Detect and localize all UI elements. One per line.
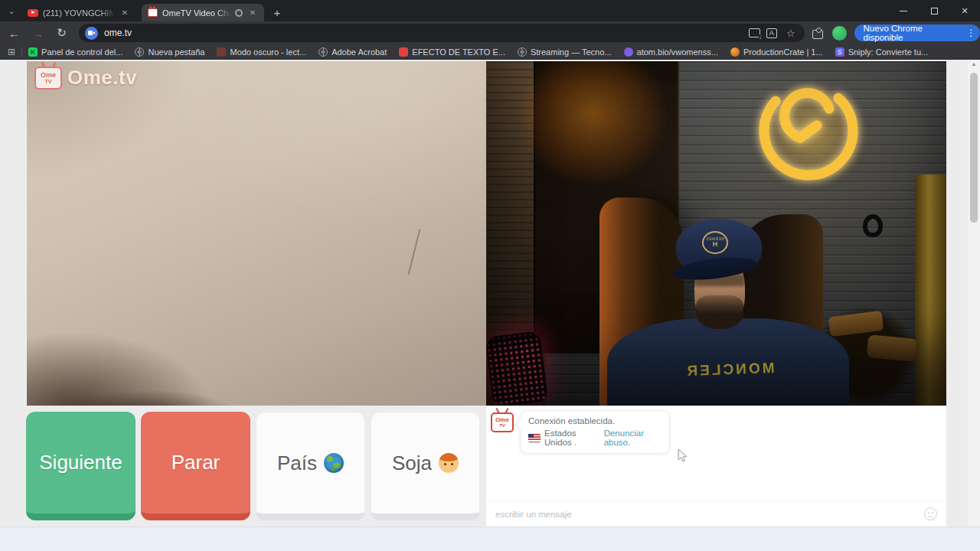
tab-youtube[interactable]: (211) YOVNGCHIMI x Lunay - B ✕ [21, 4, 136, 21]
stop-button[interactable]: Parar [141, 412, 250, 520]
forward-button[interactable]: → [28, 23, 47, 43]
report-abuse-link[interactable]: Denunciar abuso. [604, 429, 662, 447]
tab-ometv[interactable]: OmeTV Video Chat — Alte ✕ [142, 4, 264, 21]
gender-filter-button[interactable]: Soja [371, 412, 480, 520]
atom-bio-favicon [624, 47, 633, 57]
browser-toolbar: ← → ↻ ome.tv A ☆ Nuevo Chrome disponible… [0, 21, 980, 44]
bookmark-item[interactable]: Adobe Acrobat [318, 47, 387, 57]
new-tab-button[interactable]: + [270, 5, 285, 20]
bookmark-label: Modo oscuro - lect... [230, 47, 306, 57]
bookmark-label: ProductionCrate | 1... [743, 47, 823, 57]
vignette [486, 61, 946, 406]
profile-avatar[interactable] [832, 26, 846, 41]
text-effect-favicon [399, 47, 408, 57]
tab-title: OmeTV Video Chat — Alte [162, 8, 230, 18]
bookmark-item[interactable]: EFECTO DE TEXTO E... [399, 47, 505, 57]
globe-favicon [318, 47, 328, 57]
dark-blur [73, 381, 272, 406]
save-to-device-icon[interactable] [749, 28, 760, 37]
bookmark-label: Nueva pestaña [148, 47, 204, 57]
bookmark-item[interactable]: ProductionCrate | 1... [730, 47, 823, 57]
minimize-icon [900, 11, 907, 11]
avatar-badge-text: TV [499, 423, 505, 428]
extensions-puzzle-icon[interactable] [812, 28, 823, 39]
translate-icon[interactable]: A [766, 28, 777, 38]
bookmark-label: atom.bio/vwomenss... [637, 47, 718, 57]
apps-grid-icon[interactable]: ⊞ [8, 47, 15, 57]
page-scrollbar[interactable]: ▲ [968, 60, 980, 527]
system-message-bubble: Conexión establecida. Estados Unidos . D… [520, 410, 670, 454]
maximize-icon [931, 8, 938, 15]
url-text[interactable]: ome.tv [104, 28, 743, 38]
mouse-cursor [677, 448, 688, 467]
gender-button-label: Soja [392, 452, 432, 475]
bookmark-item[interactable]: Streaming — Tecno... [518, 47, 612, 57]
globe-favicon [518, 47, 527, 57]
next-button[interactable]: Siguiente [26, 412, 136, 520]
bookmark-item[interactable]: Panel de control del... [28, 47, 122, 57]
kick-favicon [28, 47, 38, 57]
sniply-favicon [835, 47, 844, 57]
ometv-tv-icon: Ome TV [34, 67, 62, 90]
stop-button-label: Parar [172, 451, 220, 474]
close-icon: ✕ [961, 6, 968, 16]
bookmark-label: Sniply: Convierte tu... [848, 47, 929, 57]
country-button-label: País [277, 452, 317, 475]
bookmark-item[interactable]: atom.bio/vwomenss... [624, 47, 718, 57]
logo-badge-text: Ome [41, 72, 56, 79]
camera-in-use-indicator-icon [235, 9, 243, 17]
country-filter-button[interactable]: País [256, 412, 365, 520]
bookmark-label: EFECTO DE TEXTO E... [412, 47, 505, 57]
peer-country-text: Estados Unidos . [544, 429, 600, 447]
bookmark-item[interactable]: Nueva pestaña [135, 47, 204, 57]
maximize-button[interactable] [919, 0, 949, 21]
logo-badge-text: TV [45, 79, 52, 84]
ometv-favicon [148, 8, 158, 17]
darkmode-favicon [217, 47, 226, 57]
bookmark-star-icon[interactable]: ☆ [783, 28, 799, 39]
globe-favicon [135, 47, 144, 57]
chat-message-input[interactable] [495, 510, 924, 519]
windows-taskbar: Buscar 9+ Ps 1 22°C Lluvia ligera [0, 527, 980, 551]
next-button-label: Siguiente [39, 451, 122, 474]
wall-crack [408, 229, 421, 276]
bookmarks-bar: ⊞ Panel de control del... Nueva pestaña … [0, 44, 980, 60]
browser-titlebar: ⌄ (211) YOVNGCHIMI x Lunay - B ✕ OmeTV V… [0, 0, 980, 21]
bookmark-label: Panel de control del... [41, 47, 122, 57]
productioncrate-favicon [730, 47, 740, 57]
youtube-favicon [28, 9, 38, 17]
ometv-logo: Ome TV Ome.tv [34, 66, 137, 90]
chrome-update-button[interactable]: Nuevo Chrome disponible ⋮ [854, 24, 980, 41]
avatar-badge-text: Ome [495, 417, 509, 423]
bookmark-item[interactable]: Sniply: Convierte tu... [835, 47, 929, 57]
window-controls: ✕ [888, 0, 980, 21]
bookmarks-separator [21, 47, 22, 57]
emoji-smiley-icon[interactable] [924, 507, 937, 520]
site-camera-badge-icon[interactable] [85, 27, 98, 40]
bookmark-item[interactable]: Modo oscuro - lect... [217, 47, 306, 57]
back-button[interactable]: ← [5, 23, 24, 43]
tab-list-chevron-icon[interactable]: ⌄ [5, 5, 18, 17]
bookmark-label: Adobe Acrobat [332, 47, 387, 57]
tab-close-icon[interactable]: ✕ [247, 8, 258, 18]
ometv-page: MONCLER HERMES H Ome TV Ome.tv Siguiente [0, 60, 980, 527]
ometv-chat-avatar-icon: Ome TV [491, 412, 514, 432]
tab-close-icon[interactable]: ✕ [119, 8, 130, 18]
menu-kebab-icon[interactable]: ⋮ [965, 28, 977, 38]
chat-input-row [486, 500, 946, 527]
ometv-wordmark: Ome.tv [67, 66, 137, 90]
connection-status-text: Conexión establecida. [528, 416, 662, 425]
reload-button[interactable]: ↻ [52, 23, 71, 43]
chrome-update-label: Nuevo Chrome disponible [864, 24, 961, 42]
boy-emoji-icon [439, 453, 459, 473]
scrollbar-thumb[interactable] [970, 73, 978, 223]
local-video-feed [27, 61, 486, 406]
globe-emoji-icon [324, 453, 344, 473]
bookmark-label: Streaming — Tecno... [531, 47, 612, 57]
close-button[interactable]: ✕ [949, 0, 980, 21]
us-flag-icon [528, 434, 541, 442]
scrollbar-up-arrow-icon[interactable]: ▲ [968, 61, 980, 67]
chat-panel: Ome TV Conexión establecida. Estados Uni… [486, 406, 946, 527]
minimize-button[interactable] [888, 0, 919, 21]
address-bar[interactable]: ome.tv A ☆ [79, 24, 805, 42]
